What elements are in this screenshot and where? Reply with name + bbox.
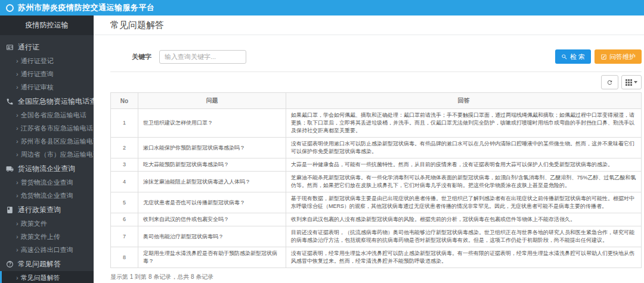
- cell-answer: 目前还没有证据表明，（抗流感病毒药物）奥司他韦能够治疗新型冠状病毒感染。世卫组织…: [286, 226, 642, 247]
- sidebar-item-label: 政策文件上传: [21, 232, 60, 241]
- table-row: 5 无症状患者是否也可以传播新型冠状病毒？ 基于现有数据，新型冠状病毒主要是由已…: [111, 192, 642, 213]
- chevron-right-icon: ›: [16, 57, 18, 64]
- sidebar-group-label: 货运物流企业查询: [18, 164, 75, 174]
- sidebar-item-highway-exit[interactable]: ›高速公路出口查询: [0, 243, 94, 256]
- sidebar-group-label: 常见问题解答: [18, 259, 61, 269]
- cell-no: 6: [111, 213, 138, 226]
- sidebar-group-faq: 常见问题解答 ›常见问题解答: [0, 257, 94, 283]
- qa-maintain-button-label: 问答维护: [609, 52, 636, 61]
- platform-logo-icon: [6, 4, 14, 12]
- cell-question: 奥司他韦能治疗新型冠状病毒吗？: [138, 226, 286, 247]
- chevron-right-icon: ›: [16, 111, 18, 119]
- cell-answer: 如果戴口罩，学会如何佩戴、摘取和正确处理：戴口罩前请洗手；手不要触摸口罩面，通过…: [286, 109, 642, 138]
- cell-question: 漱口水能保护你预防新型冠状病毒感染吗？: [138, 138, 286, 158]
- sidebar-group-pass: 通行证 ›通行证登记 ›通行证查询 ›通行证审核: [0, 41, 94, 94]
- cell-question: 定期用生理盐水清洗鼻腔是否有助于预防感染新型冠状病毒？: [138, 247, 286, 268]
- id-card-icon: [5, 43, 14, 52]
- sidebar-item-national-phone[interactable]: ›全国各省应急运输电话: [0, 108, 94, 122]
- search-button[interactable]: 检 索: [555, 49, 591, 64]
- sidebar-item-label: 危货物流企业查询: [21, 191, 73, 200]
- sidebar-item-policy-files[interactable]: ›政策文件: [0, 217, 94, 230]
- phone-icon: [5, 98, 14, 106]
- table-row: 8 定期用生理盐水清洗鼻腔是否有助于预防感染新型冠状病毒？ 没有证据表明，经常用…: [111, 247, 642, 268]
- caret-down-icon: [634, 81, 637, 83]
- chevron-right-icon: ›: [16, 125, 18, 132]
- sidebar-header: 疫情防控运输: [0, 15, 94, 35]
- cell-no: 2: [111, 138, 138, 158]
- sidebar-item-nearby-phone[interactable]: ›周边省（市）应急运输电话: [0, 148, 94, 161]
- page-header: 常见问题解答: [94, 15, 644, 35]
- search-form: 关键字 检 索 问答维护: [110, 49, 642, 64]
- sidebar-group-logistics: 货运物流企业查询 ›普货物流企业查询 ›危货物流企业查询: [0, 162, 94, 202]
- cell-answer: 芝麻油不能杀死新型冠状病毒。有一些化学消毒剂可以杀死物体表面的新型冠状病毒，如漂…: [286, 172, 642, 192]
- sidebar-group-faq-header[interactable]: 常见问题解答: [0, 257, 94, 271]
- page-title: 常见问题解答: [110, 20, 164, 31]
- sidebar-item-general-cargo[interactable]: ›普货物流企业查询: [0, 176, 94, 189]
- question-circle-icon: [5, 260, 14, 269]
- sidebar-item-faq[interactable]: ›常见问题解答: [0, 271, 94, 283]
- sidebar-group-logistics-header[interactable]: 货运物流企业查询: [0, 162, 94, 176]
- content-area: 关键字 检 索 问答维护: [94, 35, 644, 283]
- sidebar-item-label: 通行证审核: [21, 83, 54, 92]
- pagination-summary: 显示第 1 到第 8 条记录，总共 8 条记录: [110, 273, 642, 281]
- table-row: 1 世卫组织建议怎样使用口罩？ 如果戴口罩，学会如何佩戴、摘取和正确处理：戴口罩…: [111, 109, 642, 138]
- sidebar-group-label: 通行政策查询: [18, 205, 61, 215]
- sidebar-item-label: 常见问题解答: [21, 273, 60, 282]
- sidebar-item-pass-audit[interactable]: ›通行证审核: [0, 80, 94, 94]
- column-header-no: No: [111, 93, 138, 109]
- sidebar-group-emergency-phone-header[interactable]: 全国应急物资运输电话查询: [0, 95, 94, 108]
- sidebar-group-pass-header[interactable]: 通行证: [0, 41, 94, 54]
- sidebar-group-policy-header[interactable]: 通行政策查询: [0, 203, 94, 217]
- columns-toggle-button[interactable]: [621, 75, 642, 89]
- cell-no: 8: [111, 247, 138, 268]
- divider: [110, 71, 642, 72]
- sidebar-item-pass-register[interactable]: ›通行证登记: [0, 54, 94, 67]
- cell-answer: 没有证据表明，经常用生理盐水冲洗鼻腔可以防止感染新型冠状病毒。有一些有限的证据表…: [286, 247, 642, 268]
- sidebar-item-label: 苏州市各县区应急运输电话: [21, 137, 94, 146]
- sidebar-item-label: 周边省（市）应急运输电话: [21, 150, 94, 159]
- sidebar-item-jiangsu-phone[interactable]: ›江苏省各市应急运输电话: [0, 122, 94, 135]
- topbar: 苏州市肺炎疫情防控交通运输服务平台: [0, 0, 644, 15]
- chevron-right-icon: ›: [16, 192, 18, 199]
- cell-no: 7: [111, 226, 138, 247]
- refresh-icon: [606, 79, 613, 86]
- table-row: 2 漱口水能保护你预防新型冠状病毒感染吗？ 没有证据表明使用漱口水可以防止感染新…: [111, 138, 642, 158]
- keyword-input[interactable]: [159, 50, 246, 64]
- sidebar-item-policy-upload[interactable]: ›政策文件上传: [0, 230, 94, 243]
- sidebar-item-dangerous-cargo[interactable]: ›危货物流企业查询: [0, 189, 94, 202]
- sidebar-item-suzhou-phone[interactable]: ›苏州市各县区应急运输电话: [0, 135, 94, 148]
- sidebar-group-policy: 通行政策查询 ›政策文件 ›政策文件上传 ›高速公路出口查询: [0, 203, 94, 256]
- sidebar-menu: 通行证 ›通行证登记 ›通行证查询 ›通行证审核 全国应急物资运输电话查询 ›全…: [0, 35, 94, 283]
- keyword-label: 关键字: [132, 52, 151, 61]
- sidebar-group-label: 通行证: [18, 42, 39, 52]
- table-row: 6 收到来自武汉的信件或包裹安全吗？ 收到来自武汉包裹的人没有感染新型冠状病毒的…: [111, 213, 642, 226]
- sidebar-item-label: 通行证查询: [21, 70, 54, 79]
- sidebar-item-label: 江苏省各市应急运输电话: [21, 124, 93, 133]
- cell-no: 1: [111, 109, 138, 138]
- truck-icon: [5, 165, 14, 173]
- table-row: 3 吃大蒜能预防新型冠状病毒感染吗？ 大蒜是一种健康食品，可能有一些抗菌特性。然…: [111, 158, 642, 172]
- faq-table: No 问题 回答 1 世卫组织建议怎样使用口罩？ 如果戴口罩，学会如何佩戴、摘取…: [110, 92, 642, 268]
- column-header-answer: 回答: [286, 93, 642, 109]
- cell-question: 世卫组织建议怎样使用口罩？: [138, 109, 286, 138]
- chevron-right-icon: ›: [16, 246, 18, 253]
- column-header-question: 问题: [138, 93, 286, 109]
- edit-icon: [600, 54, 607, 60]
- table-row: 7 奥司他韦能治疗新型冠状病毒吗？ 目前还没有证据表明，（抗流感病毒药物）奥司他…: [111, 226, 642, 247]
- cell-no: 5: [111, 192, 138, 213]
- sidebar: 疫情防控运输 通行证 ›通行证登记 ›通行证查询 ›通行证审核: [0, 15, 94, 283]
- cell-question: 涂抹芝麻油能阻止新型冠状病毒进入人体吗？: [138, 172, 286, 192]
- table-toolbar: [110, 75, 642, 89]
- chevron-right-icon: ›: [16, 233, 18, 240]
- refresh-button[interactable]: [601, 75, 618, 89]
- sidebar-item-pass-query[interactable]: ›通行证查询: [0, 67, 94, 80]
- chevron-right-icon: ›: [16, 70, 18, 77]
- table-header-row: No 问题 回答: [111, 93, 642, 109]
- cell-question: 无症状患者是否也可以传播新型冠状病毒？: [138, 192, 286, 213]
- qa-maintain-button[interactable]: 问答维护: [595, 49, 642, 64]
- sidebar-item-label: 通行证登记: [21, 57, 54, 66]
- cell-question: 收到来自武汉的信件或包裹安全吗？: [138, 213, 286, 226]
- sidebar-item-label: 普货物流企业查询: [21, 178, 73, 187]
- book-icon: [5, 206, 14, 214]
- cell-answer: 基于现有数据，新型冠状病毒主要是由已出现症状的患者传播。世卫组织已了解到感染者有…: [286, 192, 642, 213]
